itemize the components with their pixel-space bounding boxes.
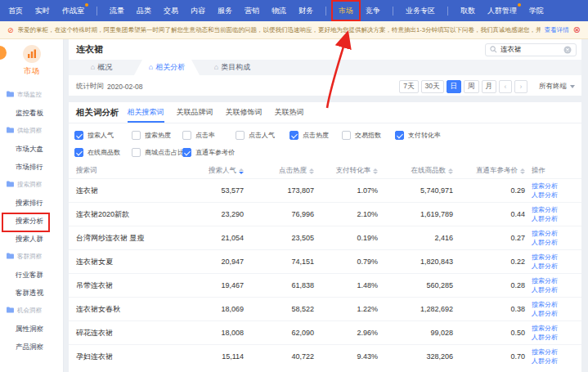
pager-button[interactable]: ‹: [499, 80, 512, 93]
metric-checkbox-支付转化率[interactable]: 支付转化率: [395, 131, 581, 140]
notice-detail-link[interactable]: 查看详情: [545, 26, 569, 34]
nav-item-作战室[interactable]: 作战室: [62, 6, 84, 16]
date-range-button-周[interactable]: 周: [464, 80, 479, 93]
nav-item-物流[interactable]: 物流: [272, 6, 286, 16]
nav-item-人群管理[interactable]: 人群管理: [487, 6, 517, 16]
sidebar-group-label: 客群洞察: [17, 253, 42, 261]
search-icon: [490, 46, 497, 53]
metric-checkbox-点击人气[interactable]: 点击人气: [236, 131, 290, 140]
checkbox-checked[interactable]: [74, 131, 83, 140]
nav-item-服务[interactable]: 服务: [218, 6, 232, 16]
cell-click_heat: 40,722: [244, 352, 314, 361]
checkbox-unchecked[interactable]: [182, 131, 191, 140]
nav-divider: [447, 7, 448, 16]
cell-online_products: 1,282,692: [378, 305, 453, 313]
column-header-支付转化率[interactable]: 支付转化率: [314, 166, 378, 176]
sidebar-item-搜索人群[interactable]: 搜索人群: [0, 230, 63, 248]
table-body: 连衣裙53,577173,8071.07%5,740,9710.29搜索分析人群…: [69, 178, 581, 368]
subtab-关联热词[interactable]: 关联热词: [275, 102, 304, 123]
sidebar-item-产品洞察[interactable]: 产品洞察: [0, 338, 63, 356]
action-link-人群分析[interactable]: 人群分析: [532, 262, 558, 271]
metric-checkbox-直通车参考价[interactable]: 直通车参考价: [182, 148, 236, 157]
sidebar-item-属性洞察[interactable]: 属性洞察: [0, 320, 63, 338]
nav-item-业务专区[interactable]: 业务专区: [406, 6, 435, 16]
terminal-filter-dropdown[interactable]: 所有终端: [539, 82, 575, 92]
cell-ztc_ref_price: 0.27: [453, 234, 525, 242]
column-header-在线商品数[interactable]: 在线商品数: [378, 166, 453, 176]
checkbox-checked[interactable]: [74, 148, 83, 157]
action-link-人群分析[interactable]: 人群分析: [532, 310, 558, 318]
sidebar-item-客群透视[interactable]: 客群透视: [0, 284, 63, 302]
action-link-搜索分析[interactable]: 搜索分析: [532, 325, 558, 333]
action-link-人群分析[interactable]: 人群分析: [532, 357, 558, 365]
notice-close-icon[interactable]: ⊗: [573, 25, 581, 34]
nav-item-取数[interactable]: 取数: [460, 6, 475, 16]
metric-checkbox-搜索人气[interactable]: 搜索人气: [74, 131, 132, 140]
cell-online_products: 328,206: [378, 352, 453, 361]
checkbox-checked[interactable]: [182, 148, 191, 157]
action-link-人群分析[interactable]: 人群分析: [532, 191, 558, 199]
row-actions-cell: 搜索分析人群分析: [525, 301, 581, 318]
action-link-搜索分析[interactable]: 搜索分析: [532, 253, 558, 262]
nav-item-营销[interactable]: 营销: [245, 6, 259, 16]
keyword-search-input[interactable]: 连衣裙: [485, 43, 577, 56]
nav-item-流量[interactable]: 流量: [110, 6, 124, 16]
module-switcher[interactable]: 市场: [0, 39, 63, 77]
metric-checkbox-点击热度[interactable]: 点击热度: [290, 131, 342, 140]
action-link-人群分析[interactable]: 人群分析: [532, 334, 558, 342]
action-link-搜索分析[interactable]: 搜索分析: [532, 230, 558, 238]
nav-item-交易[interactable]: 交易: [164, 6, 178, 16]
date-range-button-7天[interactable]: 7天: [399, 80, 418, 93]
nav-item-品类[interactable]: 品类: [137, 6, 151, 16]
nav-item-首页[interactable]: 首页: [8, 6, 23, 16]
metric-label: 点击热度: [303, 131, 329, 140]
tab-概况[interactable]: ⌂概况: [69, 60, 134, 75]
nav-item-内容[interactable]: 内容: [191, 6, 205, 16]
pager-button[interactable]: ›: [514, 80, 527, 93]
action-link-搜索分析[interactable]: 搜索分析: [532, 301, 558, 309]
action-link-搜索分析[interactable]: 搜索分析: [532, 277, 558, 285]
checkbox-unchecked[interactable]: [132, 131, 141, 140]
metric-checkbox-交易指数[interactable]: 交易指数: [342, 131, 395, 140]
metric-checkbox-搜索热度[interactable]: 搜索热度: [132, 131, 182, 140]
date-range-button-30天[interactable]: 30天: [421, 80, 444, 93]
nav-item-实时[interactable]: 实时: [35, 6, 50, 16]
tab-类目构成[interactable]: ⌂类目构成: [200, 60, 265, 75]
action-link-人群分析[interactable]: 人群分析: [532, 286, 558, 294]
nav-item-财务[interactable]: 财务: [298, 6, 313, 16]
checkbox-unchecked[interactable]: [342, 131, 351, 140]
subtab-关联品牌词[interactable]: 关联品牌词: [177, 102, 213, 123]
sidebar-item-监控看板[interactable]: 监控看板: [0, 104, 63, 122]
column-header-点击热度[interactable]: 点击热度: [244, 166, 314, 176]
tab-相关分析[interactable]: ⌂相关分析: [134, 60, 200, 75]
metric-checkbox-点击率[interactable]: 点击率: [182, 131, 236, 140]
metric-checkbox-在线商品数[interactable]: 在线商品数: [74, 148, 132, 157]
sidebar-item-行业客群[interactable]: 行业客群: [0, 266, 63, 284]
metric-checkbox-商城点击占比[interactable]: 商城点击占比: [132, 148, 182, 157]
nav-item-市场[interactable]: 市场: [339, 6, 353, 16]
action-link-搜索分析[interactable]: 搜索分析: [532, 348, 558, 356]
checkbox-checked[interactable]: [290, 131, 298, 140]
column-header-搜索人气[interactable]: 搜索人气: [191, 166, 244, 176]
action-link-搜索分析[interactable]: 搜索分析: [532, 206, 558, 214]
date-range-button-月[interactable]: 月: [482, 80, 497, 93]
action-link-搜索分析[interactable]: 搜索分析: [532, 182, 558, 190]
metric-label: 搜索热度: [145, 131, 171, 140]
subtab-相关搜索词[interactable]: 相关搜索词: [128, 102, 164, 123]
date-range-button-日[interactable]: 日: [447, 80, 462, 93]
sidebar-item-搜索排行[interactable]: 搜索排行: [0, 194, 63, 212]
sidebar-item-市场排行[interactable]: 市场排行: [0, 158, 63, 176]
checkbox-unchecked[interactable]: [132, 148, 141, 157]
clear-search-icon[interactable]: [563, 46, 572, 54]
subtab-关联修饰词[interactable]: 关联修饰词: [226, 102, 263, 123]
sidebar-item-搜索分析[interactable]: 搜索分析: [0, 212, 63, 230]
cell-search_popularity: 53,577: [191, 186, 244, 195]
nav-item-学院[interactable]: 学院: [529, 6, 544, 16]
sidebar-item-市场大盘[interactable]: 市场大盘: [0, 140, 63, 158]
checkbox-checked[interactable]: [395, 131, 404, 140]
action-link-人群分析[interactable]: 人群分析: [532, 215, 558, 223]
column-header-直通车参考价[interactable]: 直通车参考价: [453, 166, 525, 176]
checkbox-unchecked[interactable]: [236, 131, 245, 140]
action-link-人群分析[interactable]: 人群分析: [532, 239, 558, 247]
nav-item-竞争[interactable]: 竞争: [366, 6, 380, 16]
